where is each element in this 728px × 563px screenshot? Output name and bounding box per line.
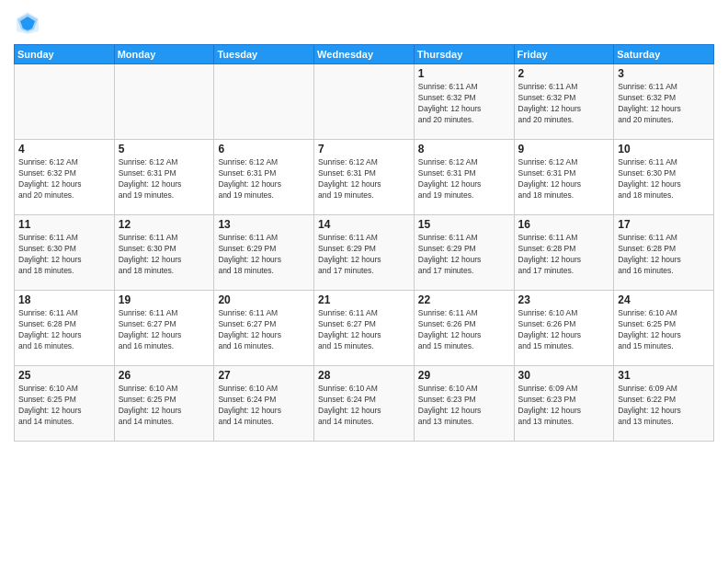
calendar-cell: 19Sunrise: 6:11 AM Sunset: 6:27 PM Dayli… bbox=[114, 291, 214, 366]
day-info: Sunrise: 6:11 AM Sunset: 6:28 PM Dayligh… bbox=[618, 233, 710, 277]
calendar-cell: 30Sunrise: 6:09 AM Sunset: 6:23 PM Dayli… bbox=[514, 366, 614, 442]
day-number: 10 bbox=[618, 143, 710, 155]
calendar-cell: 29Sunrise: 6:10 AM Sunset: 6:23 PM Dayli… bbox=[414, 366, 514, 442]
calendar-cell: 10Sunrise: 6:11 AM Sunset: 6:30 PM Dayli… bbox=[614, 140, 714, 215]
day-of-week-monday: Monday bbox=[114, 45, 214, 64]
day-info: Sunrise: 6:11 AM Sunset: 6:32 PM Dayligh… bbox=[418, 82, 510, 126]
calendar-week-4: 25Sunrise: 6:10 AM Sunset: 6:25 PM Dayli… bbox=[15, 366, 714, 442]
calendar-cell: 7Sunrise: 6:12 AM Sunset: 6:31 PM Daylig… bbox=[314, 140, 415, 215]
day-info: Sunrise: 6:11 AM Sunset: 6:30 PM Dayligh… bbox=[618, 157, 710, 201]
day-info: Sunrise: 6:09 AM Sunset: 6:23 PM Dayligh… bbox=[518, 384, 610, 428]
page-header bbox=[14, 9, 714, 37]
day-number: 26 bbox=[119, 369, 210, 382]
calendar-cell: 11Sunrise: 6:11 AM Sunset: 6:30 PM Dayli… bbox=[15, 215, 115, 291]
calendar-cell: 26Sunrise: 6:10 AM Sunset: 6:25 PM Dayli… bbox=[114, 366, 214, 442]
day-info: Sunrise: 6:11 AM Sunset: 6:32 PM Dayligh… bbox=[518, 82, 610, 126]
day-info: Sunrise: 6:11 AM Sunset: 6:29 PM Dayligh… bbox=[218, 233, 310, 277]
day-info: Sunrise: 6:10 AM Sunset: 6:25 PM Dayligh… bbox=[119, 384, 210, 428]
calendar-cell: 6Sunrise: 6:12 AM Sunset: 6:31 PM Daylig… bbox=[214, 140, 314, 215]
calendar: SundayMondayTuesdayWednesdayThursdayFrid… bbox=[14, 44, 714, 442]
day-number: 19 bbox=[119, 293, 210, 306]
day-number: 15 bbox=[418, 218, 510, 231]
day-of-week-wednesday: Wednesday bbox=[314, 45, 415, 64]
day-number: 31 bbox=[618, 369, 710, 382]
day-number: 7 bbox=[318, 143, 410, 155]
days-of-week-row: SundayMondayTuesdayWednesdayThursdayFrid… bbox=[15, 45, 714, 64]
day-number: 22 bbox=[418, 293, 510, 306]
calendar-cell: 24Sunrise: 6:10 AM Sunset: 6:25 PM Dayli… bbox=[614, 291, 714, 366]
calendar-cell: 21Sunrise: 6:11 AM Sunset: 6:27 PM Dayli… bbox=[314, 291, 415, 366]
calendar-cell: 16Sunrise: 6:11 AM Sunset: 6:28 PM Dayli… bbox=[514, 215, 614, 291]
day-of-week-sunday: Sunday bbox=[15, 45, 115, 64]
day-number: 28 bbox=[318, 369, 410, 382]
calendar-week-2: 11Sunrise: 6:11 AM Sunset: 6:30 PM Dayli… bbox=[15, 215, 714, 291]
day-info: Sunrise: 6:10 AM Sunset: 6:23 PM Dayligh… bbox=[418, 384, 510, 428]
day-info: Sunrise: 6:11 AM Sunset: 6:29 PM Dayligh… bbox=[318, 233, 410, 277]
day-info: Sunrise: 6:10 AM Sunset: 6:25 PM Dayligh… bbox=[18, 384, 110, 428]
day-info: Sunrise: 6:11 AM Sunset: 6:27 PM Dayligh… bbox=[119, 308, 210, 352]
calendar-cell bbox=[15, 64, 115, 140]
day-number: 21 bbox=[318, 293, 410, 306]
day-info: Sunrise: 6:11 AM Sunset: 6:27 PM Dayligh… bbox=[318, 308, 410, 352]
calendar-cell: 4Sunrise: 6:12 AM Sunset: 6:32 PM Daylig… bbox=[15, 140, 115, 215]
calendar-cell: 20Sunrise: 6:11 AM Sunset: 6:27 PM Dayli… bbox=[214, 291, 314, 366]
day-number: 6 bbox=[218, 143, 310, 155]
calendar-cell: 31Sunrise: 6:09 AM Sunset: 6:22 PM Dayli… bbox=[614, 366, 714, 442]
calendar-cell: 1Sunrise: 6:11 AM Sunset: 6:32 PM Daylig… bbox=[414, 64, 514, 140]
day-number: 27 bbox=[218, 369, 310, 382]
calendar-cell bbox=[314, 64, 415, 140]
calendar-cell: 2Sunrise: 6:11 AM Sunset: 6:32 PM Daylig… bbox=[514, 64, 614, 140]
calendar-body: 1Sunrise: 6:11 AM Sunset: 6:32 PM Daylig… bbox=[15, 64, 714, 442]
day-number: 4 bbox=[18, 143, 110, 155]
day-number: 30 bbox=[518, 369, 610, 382]
day-info: Sunrise: 6:11 AM Sunset: 6:27 PM Dayligh… bbox=[218, 308, 310, 352]
day-info: Sunrise: 6:10 AM Sunset: 6:25 PM Dayligh… bbox=[618, 308, 710, 352]
day-number: 16 bbox=[518, 218, 610, 231]
day-info: Sunrise: 6:11 AM Sunset: 6:28 PM Dayligh… bbox=[518, 233, 610, 277]
calendar-week-0: 1Sunrise: 6:11 AM Sunset: 6:32 PM Daylig… bbox=[15, 64, 714, 140]
day-info: Sunrise: 6:12 AM Sunset: 6:31 PM Dayligh… bbox=[318, 157, 410, 201]
day-of-week-thursday: Thursday bbox=[414, 45, 514, 64]
day-number: 18 bbox=[18, 293, 110, 306]
day-number: 1 bbox=[418, 67, 510, 80]
day-info: Sunrise: 6:11 AM Sunset: 6:29 PM Dayligh… bbox=[418, 233, 510, 277]
day-number: 13 bbox=[218, 218, 310, 231]
day-info: Sunrise: 6:11 AM Sunset: 6:32 PM Dayligh… bbox=[618, 82, 710, 126]
day-info: Sunrise: 6:10 AM Sunset: 6:24 PM Dayligh… bbox=[318, 384, 410, 428]
calendar-cell: 22Sunrise: 6:11 AM Sunset: 6:26 PM Dayli… bbox=[414, 291, 514, 366]
calendar-cell: 27Sunrise: 6:10 AM Sunset: 6:24 PM Dayli… bbox=[214, 366, 314, 442]
day-of-week-tuesday: Tuesday bbox=[214, 45, 314, 64]
day-info: Sunrise: 6:12 AM Sunset: 6:31 PM Dayligh… bbox=[518, 157, 610, 201]
calendar-cell: 17Sunrise: 6:11 AM Sunset: 6:28 PM Dayli… bbox=[614, 215, 714, 291]
day-number: 23 bbox=[518, 293, 610, 306]
day-info: Sunrise: 6:12 AM Sunset: 6:31 PM Dayligh… bbox=[119, 157, 210, 201]
day-number: 5 bbox=[119, 143, 210, 155]
day-number: 14 bbox=[318, 218, 410, 231]
day-of-week-saturday: Saturday bbox=[614, 45, 714, 64]
calendar-cell: 15Sunrise: 6:11 AM Sunset: 6:29 PM Dayli… bbox=[414, 215, 514, 291]
day-info: Sunrise: 6:12 AM Sunset: 6:31 PM Dayligh… bbox=[418, 157, 510, 201]
logo-icon bbox=[14, 9, 41, 37]
logo bbox=[14, 9, 45, 37]
day-of-week-friday: Friday bbox=[514, 45, 614, 64]
day-info: Sunrise: 6:11 AM Sunset: 6:30 PM Dayligh… bbox=[119, 233, 210, 277]
day-number: 8 bbox=[418, 143, 510, 155]
calendar-cell bbox=[214, 64, 314, 140]
day-number: 12 bbox=[119, 218, 210, 231]
calendar-cell: 3Sunrise: 6:11 AM Sunset: 6:32 PM Daylig… bbox=[614, 64, 714, 140]
calendar-cell: 23Sunrise: 6:10 AM Sunset: 6:26 PM Dayli… bbox=[514, 291, 614, 366]
day-info: Sunrise: 6:11 AM Sunset: 6:26 PM Dayligh… bbox=[418, 308, 510, 352]
day-number: 9 bbox=[518, 143, 610, 155]
day-info: Sunrise: 6:10 AM Sunset: 6:26 PM Dayligh… bbox=[518, 308, 610, 352]
day-info: Sunrise: 6:10 AM Sunset: 6:24 PM Dayligh… bbox=[218, 384, 310, 428]
calendar-cell: 28Sunrise: 6:10 AM Sunset: 6:24 PM Dayli… bbox=[314, 366, 415, 442]
calendar-cell: 13Sunrise: 6:11 AM Sunset: 6:29 PM Dayli… bbox=[214, 215, 314, 291]
calendar-cell: 18Sunrise: 6:11 AM Sunset: 6:28 PM Dayli… bbox=[15, 291, 115, 366]
calendar-cell bbox=[114, 64, 214, 140]
day-info: Sunrise: 6:12 AM Sunset: 6:32 PM Dayligh… bbox=[18, 157, 110, 201]
calendar-cell: 8Sunrise: 6:12 AM Sunset: 6:31 PM Daylig… bbox=[414, 140, 514, 215]
calendar-cell: 5Sunrise: 6:12 AM Sunset: 6:31 PM Daylig… bbox=[114, 140, 214, 215]
day-info: Sunrise: 6:09 AM Sunset: 6:22 PM Dayligh… bbox=[618, 384, 710, 428]
day-info: Sunrise: 6:11 AM Sunset: 6:30 PM Dayligh… bbox=[18, 233, 110, 277]
day-number: 20 bbox=[218, 293, 310, 306]
